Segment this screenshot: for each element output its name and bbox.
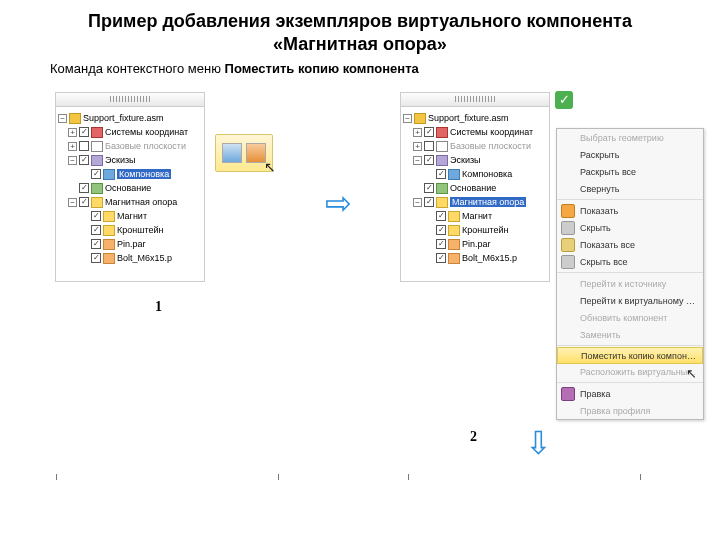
context-menu-item[interactable]: Скрыть все (557, 253, 703, 270)
slide-title: Пример добавления экземпляров виртуально… (0, 0, 720, 57)
part-icon (448, 253, 460, 264)
virtual-component-icon (436, 197, 448, 208)
menu-item-label: Заменить (580, 330, 697, 340)
tree-row[interactable]: ✓Основание (403, 181, 547, 195)
menu-item-label: Свернуть (580, 184, 697, 194)
tree-row[interactable]: ✓Pin.par (403, 237, 547, 251)
sketch-icon (436, 155, 448, 166)
confirm-check-icon[interactable]: ✓ (555, 91, 573, 109)
tree-row-selected[interactable]: ✓Компоновка (58, 167, 202, 181)
menu-item-icon (561, 404, 575, 418)
menu-item-icon (561, 165, 575, 179)
tree-row-selected[interactable]: −✓Магнитная опора (403, 195, 547, 209)
context-menu-item: Правка профиля (557, 402, 703, 419)
context-menu-item[interactable]: Раскрыть все (557, 163, 703, 180)
slide-subtitle: Команда контекстного меню Поместить копи… (0, 57, 720, 84)
menu-separator (557, 345, 703, 346)
menu-item-label: Поместить копию компонента (581, 351, 696, 361)
menu-item-label: Скрыть все (580, 257, 697, 267)
menu-item-label: Обновить компонент (580, 313, 697, 323)
panel-header (56, 93, 204, 107)
context-menu: Выбрать геометриюРаскрытьРаскрыть всеСве… (556, 128, 704, 420)
context-menu-item: Выбрать геометрию (557, 129, 703, 146)
menu-item-icon (561, 182, 575, 196)
tooltip-icon-1 (222, 143, 242, 163)
coord-icon (436, 127, 448, 138)
tree-row[interactable]: −✓Магнитная опора (58, 195, 202, 209)
context-menu-item: Расположить виртуальный компонент (557, 363, 703, 380)
coord-icon (91, 127, 103, 138)
tree-row-root[interactable]: −Support_fixture.asm (58, 111, 202, 125)
virtual-component-icon (103, 225, 115, 236)
step-label-1: 1 (155, 299, 162, 315)
context-menu-item[interactable]: Показать (557, 202, 703, 219)
tree-panel-2: ✓ −Support_fixture.asm +✓Системы координ… (400, 92, 550, 282)
arrow-down-icon: ⇩ (525, 424, 552, 462)
menu-item-label: Выбрать геометрию (580, 133, 697, 143)
tree-row[interactable]: ✓Pin.par (58, 237, 202, 251)
virtual-component-icon (448, 211, 460, 222)
arrow-right-icon: ⇨ (325, 184, 352, 222)
menu-item-label: Показать все (580, 240, 697, 250)
menu-item-label: Перейти к виртуальному компоненту (580, 296, 697, 306)
virtual-component-icon (103, 211, 115, 222)
menu-item-icon (561, 328, 575, 342)
tree-row[interactable]: +✓Системы координат (403, 125, 547, 139)
tree-row[interactable]: +✓Системы координат (58, 125, 202, 139)
step-label-2: 2 (470, 429, 477, 445)
tree-row[interactable]: ✓Компоновка (403, 167, 547, 181)
assembly-icon (69, 113, 81, 124)
menu-separator (557, 272, 703, 273)
tree-row-root[interactable]: −Support_fixture.asm (403, 111, 547, 125)
tree-row[interactable]: ✓Кронштейн (58, 223, 202, 237)
menu-item-icon (561, 204, 575, 218)
context-menu-item[interactable]: Скрыть (557, 219, 703, 236)
hover-tooltip: ↖ (215, 134, 273, 172)
tooltip-icon-2 (246, 143, 266, 163)
context-menu-item[interactable]: Правка (557, 385, 703, 402)
tree-row[interactable]: +Базовые плоскости (403, 139, 547, 153)
context-menu-item[interactable]: Перейти к виртуальному компоненту (557, 292, 703, 309)
tree-row[interactable]: ✓Bolt_M6x15.p (403, 251, 547, 265)
component-icon (103, 169, 115, 180)
menu-item-label: Показать (580, 206, 697, 216)
tree-row[interactable]: ✓Магнит (58, 209, 202, 223)
virtual-component-icon (448, 225, 460, 236)
tree-row[interactable]: −✓Эскизы (403, 153, 547, 167)
base-icon (436, 183, 448, 194)
part-icon (448, 239, 460, 250)
component-icon (448, 169, 460, 180)
sketch-icon (91, 155, 103, 166)
menu-separator (557, 199, 703, 200)
menu-item-icon (562, 349, 576, 363)
assembly-icon (414, 113, 426, 124)
tree-row[interactable]: ✓Кронштейн (403, 223, 547, 237)
part-icon (103, 239, 115, 250)
tree-row[interactable]: +Базовые плоскости (58, 139, 202, 153)
menu-item-icon (561, 238, 575, 252)
context-menu-item[interactable]: Показать все (557, 236, 703, 253)
menu-item-label: Правка профиля (580, 406, 697, 416)
menu-item-label: Скрыть (580, 223, 697, 233)
menu-item-label: Правка (580, 389, 697, 399)
plane-icon (436, 141, 448, 152)
base-icon (91, 183, 103, 194)
part-icon (103, 253, 115, 264)
menu-item-label: Перейти к источнику (580, 279, 697, 289)
context-menu-item: Обновить компонент (557, 309, 703, 326)
context-menu-item[interactable]: Раскрыть (557, 146, 703, 163)
menu-item-icon (561, 311, 575, 325)
context-menu-item[interactable]: Свернуть (557, 180, 703, 197)
panel-header (401, 93, 549, 107)
cursor-icon: ↖ (264, 159, 276, 175)
context-menu-item: Перейти к источнику (557, 275, 703, 292)
tree-row[interactable]: ✓Магнит (403, 209, 547, 223)
menu-item-icon (561, 255, 575, 269)
cursor-icon: ↖ (686, 366, 697, 381)
virtual-component-icon (91, 197, 103, 208)
tree-row[interactable]: −✓Эскизы (58, 153, 202, 167)
tree-row[interactable]: ✓Bolt_M6x15.p (58, 251, 202, 265)
tree-row[interactable]: ✓Основание (58, 181, 202, 195)
menu-item-icon (561, 294, 575, 308)
context-menu-item[interactable]: Поместить копию компонента (557, 347, 703, 364)
